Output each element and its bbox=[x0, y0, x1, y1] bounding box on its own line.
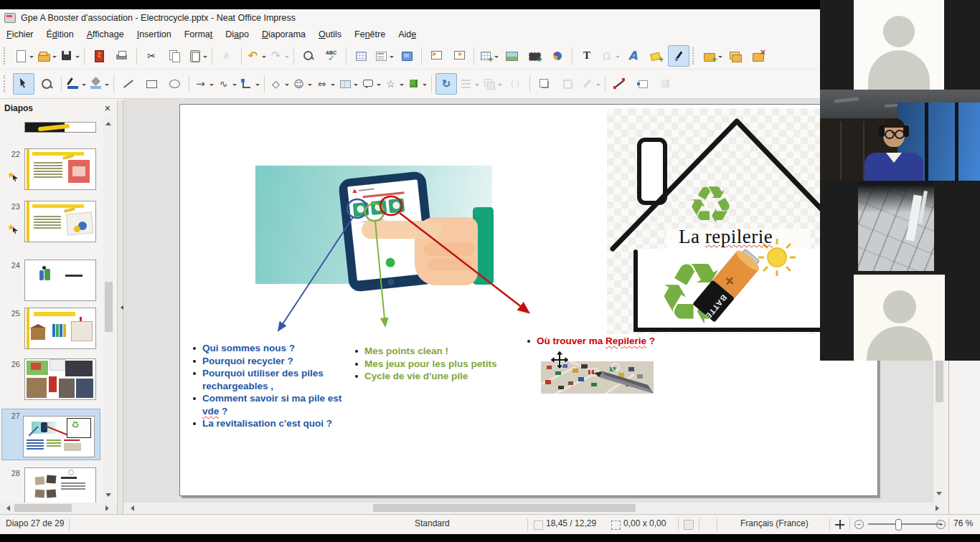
glue-points-button[interactable] bbox=[632, 73, 654, 95]
delete-slide-button[interactable] bbox=[748, 45, 769, 67]
main-hscrollbar-thumb[interactable] bbox=[373, 504, 636, 512]
menu-diaporama[interactable]: Diaporama bbox=[255, 28, 312, 41]
zoom-button[interactable] bbox=[36, 73, 57, 95]
curves-button[interactable] bbox=[216, 73, 237, 95]
scroll-right-icon[interactable] bbox=[105, 505, 112, 511]
toolbar-grip[interactable] bbox=[4, 47, 9, 65]
insert-table-button[interactable] bbox=[478, 45, 499, 67]
arrows-button[interactable] bbox=[193, 73, 215, 95]
slide-thumbnail-26[interactable] bbox=[24, 358, 96, 400]
participant-tile-avatar[interactable] bbox=[854, 0, 944, 90]
zoom-level[interactable]: 76 % bbox=[953, 518, 973, 528]
insert-line-button[interactable] bbox=[118, 73, 139, 95]
connectors-button[interactable] bbox=[239, 73, 260, 95]
find-replace-button[interactable] bbox=[298, 45, 319, 67]
undo-button[interactable] bbox=[245, 45, 267, 67]
insert-comment-button[interactable] bbox=[645, 45, 666, 67]
blue-bullet-list[interactable]: Qui sommes nous ? Pourquoi recycler ? Po… bbox=[189, 342, 345, 430]
participant-tile-avatar[interactable] bbox=[854, 275, 945, 361]
panel-scrollbar-thumb[interactable] bbox=[105, 282, 113, 332]
cut-button[interactable] bbox=[141, 45, 162, 67]
insert-image-button[interactable] bbox=[501, 45, 522, 67]
blue-arrow-line[interactable] bbox=[278, 217, 353, 331]
green-bullet-list[interactable]: Mes points clean ! Mes jeux pour les plu… bbox=[351, 345, 516, 383]
green-arrow-line[interactable] bbox=[375, 222, 385, 326]
print-button[interactable] bbox=[111, 45, 133, 67]
fontwork-button[interactable] bbox=[622, 45, 644, 67]
toolbar-grip[interactable] bbox=[4, 75, 9, 92]
ellipse-button[interactable] bbox=[164, 73, 185, 95]
menu-insertion[interactable]: Insertion bbox=[131, 28, 178, 41]
callouts-button[interactable] bbox=[360, 73, 382, 95]
menu-affichage[interactable]: Affichage bbox=[80, 28, 131, 41]
spelling-button[interactable] bbox=[321, 45, 342, 67]
toolbar-grip[interactable] bbox=[692, 47, 697, 65]
zoom-out-button[interactable]: − bbox=[854, 520, 864, 529]
open-button[interactable] bbox=[36, 45, 57, 67]
basic-shapes-button[interactable] bbox=[268, 73, 290, 95]
extrusion-button[interactable] bbox=[655, 73, 677, 95]
scroll-down-icon[interactable] bbox=[936, 492, 942, 498]
main-vscrollbar-thumb[interactable] bbox=[936, 361, 943, 402]
flowchart-button[interactable] bbox=[337, 73, 359, 95]
slide-thumbnail-23[interactable] bbox=[24, 201, 96, 242]
scroll-left-icon[interactable] bbox=[128, 505, 134, 511]
block-arrows-button[interactable] bbox=[314, 73, 336, 95]
shadow-button[interactable] bbox=[534, 73, 555, 95]
menu-fichier[interactable]: Fichier bbox=[0, 28, 40, 41]
save-button[interactable] bbox=[59, 45, 80, 67]
paste-button[interactable] bbox=[187, 45, 208, 67]
scroll-right-icon[interactable] bbox=[936, 505, 942, 511]
slide-thumbnail-22[interactable] bbox=[24, 148, 96, 190]
panel-horizontal-scrollbar[interactable] bbox=[0, 503, 117, 514]
fill-color-button[interactable] bbox=[88, 73, 110, 95]
menu-diapo[interactable]: Diapo bbox=[219, 28, 255, 41]
edit-points-button[interactable] bbox=[609, 73, 631, 95]
new-button[interactable] bbox=[13, 45, 34, 67]
scroll-down-icon[interactable] bbox=[105, 493, 111, 500]
slide-thumbnail-partial[interactable] bbox=[24, 122, 96, 133]
select-button[interactable] bbox=[13, 73, 34, 95]
duplicate-slide-button[interactable] bbox=[725, 45, 746, 67]
slide-thumbnail-25[interactable] bbox=[24, 308, 96, 349]
panel-collapse-handle[interactable] bbox=[118, 300, 123, 315]
participant-tile-camera[interactable] bbox=[820, 90, 980, 181]
zoom-in-button[interactable]: + bbox=[936, 520, 946, 529]
menu-aide[interactable]: Aide bbox=[392, 28, 423, 41]
slide-thumbnail-27[interactable]: ♻ bbox=[23, 416, 95, 457]
line-color-button[interactable] bbox=[65, 73, 87, 95]
insert-chart-button[interactable] bbox=[547, 45, 568, 67]
red-circle-annotation[interactable] bbox=[380, 196, 402, 215]
display-grid-button[interactable] bbox=[350, 45, 372, 67]
crop-button[interactable] bbox=[557, 73, 578, 95]
new-slide-button[interactable] bbox=[702, 45, 723, 67]
slide-thumbnail-24[interactable] bbox=[24, 260, 96, 301]
arrange-button[interactable] bbox=[481, 73, 503, 95]
fit-slide-icon[interactable] bbox=[835, 520, 844, 529]
menu-outils[interactable]: Outils bbox=[312, 28, 348, 41]
clone-formatting-button[interactable] bbox=[216, 45, 237, 67]
3d-objects-button[interactable] bbox=[406, 73, 428, 95]
display-views-button[interactable] bbox=[373, 45, 395, 67]
master-slide-button[interactable] bbox=[396, 45, 418, 67]
panel-vertical-scrollbar[interactable] bbox=[103, 116, 114, 503]
draw-functions-button[interactable] bbox=[668, 45, 689, 67]
scroll-up-icon[interactable] bbox=[105, 119, 111, 125]
menu-format[interactable]: Format bbox=[178, 28, 220, 41]
menu-edition[interactable]: Édition bbox=[40, 28, 80, 41]
zoom-slider-thumb[interactable] bbox=[895, 519, 902, 531]
start-first-slide-button[interactable] bbox=[425, 45, 447, 67]
language-status[interactable]: Français (France) bbox=[740, 518, 809, 528]
filter-button[interactable] bbox=[580, 73, 601, 95]
scroll-left-icon[interactable] bbox=[4, 505, 10, 511]
enter-group-button[interactable] bbox=[504, 73, 526, 95]
red-heading[interactable]: Où trouver ma Repilerie ? bbox=[523, 335, 695, 348]
panel-hscrollbar-thumb[interactable] bbox=[14, 504, 72, 512]
rotate-button[interactable] bbox=[435, 73, 457, 95]
close-icon[interactable] bbox=[103, 103, 113, 113]
slide-thumbnail-28[interactable] bbox=[24, 467, 96, 503]
main-horizontal-scrollbar[interactable] bbox=[123, 503, 946, 514]
symbol-shapes-button[interactable] bbox=[291, 73, 313, 95]
rectangle-button[interactable] bbox=[141, 73, 162, 95]
stars-button[interactable] bbox=[383, 73, 405, 95]
